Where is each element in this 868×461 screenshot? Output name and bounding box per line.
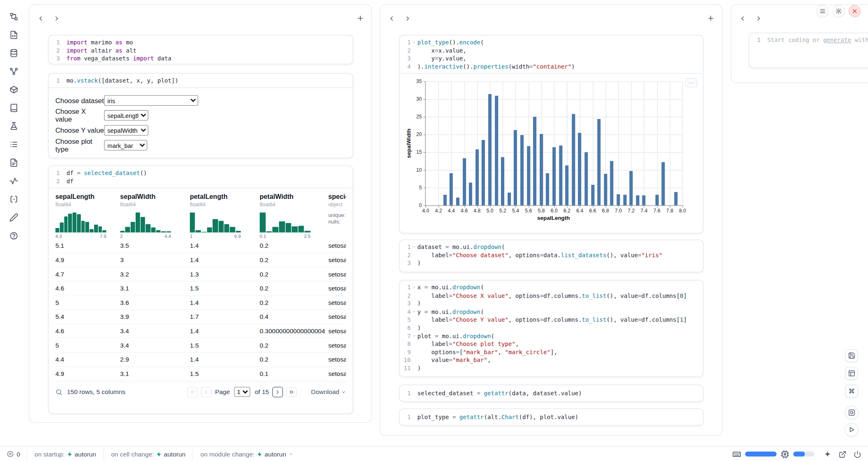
app-preview-button[interactable]	[845, 406, 859, 420]
chart-bar	[565, 166, 568, 205]
x-tick-label: 5.8	[538, 208, 545, 214]
sidebar-experiments-button[interactable]	[7, 120, 21, 133]
column-name[interactable]: petalLength	[190, 193, 249, 201]
code-editor[interactable]: 1df = selected_dataset()2df	[49, 166, 353, 188]
bar-chart[interactable]: 4.04.24.44.64.85.05.25.45.65.86.06.26.46…	[425, 81, 682, 206]
fold-chevron-icon[interactable]	[411, 308, 417, 316]
column-next-button[interactable]	[51, 13, 62, 24]
table-row[interactable]: 4.63.11.50.2setosa	[55, 282, 346, 296]
table-row[interactable]: 5.13.51.40.2setosa	[55, 239, 346, 253]
run-config-item[interactable]: on cell change:autorun	[104, 447, 193, 461]
table-cell: 3.1	[120, 285, 190, 292]
sidebar-dependencies-button[interactable]	[7, 65, 21, 78]
sidebar-notebook-map-button[interactable]	[7, 10, 21, 23]
next-page-button[interactable]	[272, 387, 283, 397]
run-config-item[interactable]: on module change:autorun	[193, 447, 300, 461]
table-header-row: sepalLengthfloat644.37.9sepalWidthfloat6…	[55, 193, 346, 239]
plot-type-select[interactable]: mark_bar	[104, 140, 147, 151]
fold-chevron-icon[interactable]	[411, 38, 417, 46]
table-row[interactable]: 53.61.40.2setosa	[55, 296, 346, 310]
column-name[interactable]: sepalWidth	[120, 193, 180, 201]
x-tick-label: 7.8	[666, 208, 673, 214]
fold-spacer	[411, 316, 417, 324]
column-name[interactable]: sepalLength	[55, 193, 110, 201]
sidebar-scratchpad-button[interactable]	[7, 211, 21, 224]
column-next-button[interactable]	[753, 13, 764, 24]
table-row[interactable]: 53.41.50.2setosa	[55, 338, 346, 352]
cell-dataframe: 1df = selected_dataset()2df sepalLengthf…	[48, 166, 353, 414]
code-editor[interactable]: 1plot_type = getattr(alt.Chart(df), plot…	[399, 409, 703, 425]
chart-bar	[456, 197, 459, 205]
download-button[interactable]: Download	[311, 389, 346, 395]
fold-chevron-icon[interactable]	[411, 243, 417, 251]
sidebar-tracebacks-button[interactable]	[7, 174, 21, 187]
sidebar-snippets-button[interactable]	[7, 193, 21, 206]
chart-bar	[443, 195, 447, 205]
code-editor[interactable]: 1x = mo.ui.dropdown(2 label="Choose X va…	[399, 281, 703, 375]
column-next-button[interactable]	[402, 13, 413, 24]
sidebar-documentation-button[interactable]	[7, 101, 21, 114]
x-value-select[interactable]: sepalLength	[104, 110, 148, 121]
chart-bar	[533, 117, 536, 206]
code-editor[interactable]: 1dataset = mo.ui.dropdown(2 label="Choos…	[399, 240, 703, 270]
sidebar-packages-button[interactable]	[7, 83, 21, 96]
add-cell-button[interactable]	[705, 13, 716, 24]
layout-select-button[interactable]	[845, 367, 858, 380]
first-page-button[interactable]	[187, 387, 198, 397]
column-name[interactable]: species	[328, 193, 346, 201]
prev-page-button[interactable]	[201, 387, 212, 397]
column-prev-button[interactable]	[737, 13, 748, 24]
search-icon[interactable]	[55, 388, 63, 396]
keyboard-shortcuts-button[interactable]	[845, 385, 858, 397]
share-button[interactable]	[839, 450, 847, 458]
table-row[interactable]: 5.43.91.70.4setosa	[55, 310, 346, 324]
chart-bar	[527, 146, 530, 205]
histogram-range: 24.4	[120, 234, 171, 239]
error-indicator[interactable]: 0	[0, 450, 27, 458]
last-page-button[interactable]	[286, 387, 297, 397]
notebook-menu-button[interactable]	[817, 5, 829, 17]
code-editor-placeholder[interactable]: 1Start coding or generate with AI	[750, 33, 868, 47]
column-name[interactable]: petalWidth	[260, 193, 319, 201]
add-cell-button[interactable]	[355, 13, 366, 24]
table-row[interactable]: 4.63.41.40.30000000000000004setosa	[55, 324, 346, 338]
sidebar-logs-button[interactable]	[7, 156, 21, 169]
settings-button[interactable]	[833, 5, 845, 17]
fold-spacer	[411, 340, 417, 348]
sidebar-datasets-button[interactable]	[7, 46, 21, 60]
sidebar-files-button[interactable]	[7, 28, 21, 41]
table-row[interactable]: 4.93.11.50.1setosa	[55, 366, 346, 380]
chart-options-button[interactable]: ⋯	[685, 78, 697, 88]
fold-chevron-icon[interactable]	[411, 284, 417, 292]
outline-icon	[9, 140, 18, 149]
dataset-select[interactable]: iris	[104, 95, 198, 106]
fold-spacer	[411, 300, 417, 308]
run-config-item[interactable]: on startup:autorun	[28, 447, 104, 461]
sidebar-outline-button[interactable]	[7, 138, 21, 151]
close-button[interactable]	[849, 5, 861, 17]
column-dtype: float64	[260, 202, 319, 208]
save-button[interactable]	[845, 349, 858, 362]
code-editor[interactable]: 1plot_type().encode(2 x=x.value,3 y=y.va…	[399, 35, 703, 73]
code-editor[interactable]: 1mo.vstack([dataset, x, y, plot])	[49, 74, 353, 87]
shutdown-button[interactable]	[854, 450, 861, 458]
code-editor[interactable]: 1selected_dataset = getattr(data, datase…	[399, 385, 703, 401]
ai-button[interactable]	[824, 450, 831, 458]
y-value-select[interactable]: sepalWidth	[104, 125, 148, 136]
table-cell: 0.2	[260, 299, 328, 306]
run-all-button[interactable]	[845, 423, 859, 437]
x-tick-label: 6.8	[602, 208, 609, 214]
page-select[interactable]: 1	[234, 387, 250, 397]
sidebar-help-button[interactable]	[7, 229, 21, 242]
table-row[interactable]: 4.42.91.40.2setosa	[55, 353, 346, 366]
table-row[interactable]: 4.73.21.30.2setosa	[55, 267, 346, 281]
fold-chevron-icon[interactable]	[411, 332, 417, 340]
chart-bar	[476, 149, 479, 205]
resource-meters	[732, 447, 814, 461]
chart-bar	[514, 130, 517, 206]
fold-spacer	[60, 46, 66, 55]
column-prev-button[interactable]	[386, 13, 397, 24]
code-editor[interactable]: 1import marimo as mo2import altair as al…	[49, 35, 353, 64]
column-prev-button[interactable]	[35, 13, 46, 24]
table-row[interactable]: 4.931.40.2setosa	[55, 254, 346, 267]
